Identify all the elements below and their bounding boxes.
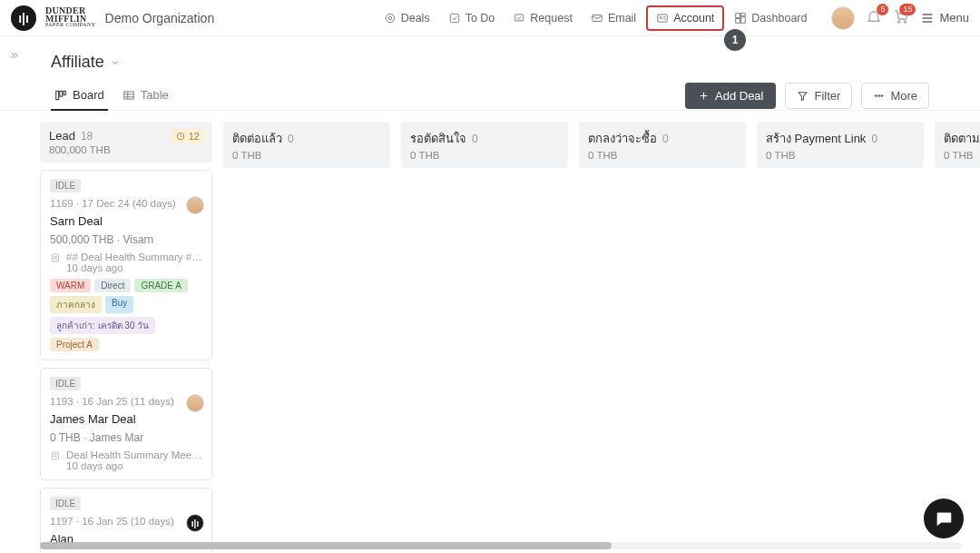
svg-point-30 bbox=[881, 95, 883, 97]
clock-icon bbox=[176, 132, 185, 141]
card-tags: WARMDirectGRADE AภาคกลางBuyลูกค้าเก่า: เ… bbox=[50, 279, 202, 351]
subheader: Affiliate Board Table Add Deal Filter bbox=[0, 36, 980, 111]
stage-column: ติดต่อแล้ว 0 0 THB bbox=[223, 122, 390, 168]
tag: Direct bbox=[94, 279, 131, 292]
sidebar-expand-handle[interactable]: » bbox=[11, 47, 15, 62]
svg-rect-5 bbox=[658, 14, 668, 21]
nav-item-email[interactable]: Email bbox=[583, 7, 644, 29]
stage-amount: 0 THB bbox=[944, 150, 980, 161]
nav-item-account[interactable]: Account bbox=[646, 5, 724, 31]
svg-rect-9 bbox=[736, 13, 740, 17]
pipeline-name: Affiliate bbox=[51, 53, 104, 72]
bell-notif[interactable]: 5 bbox=[866, 8, 882, 27]
svg-rect-4 bbox=[593, 15, 603, 21]
scrollbar-thumb[interactable] bbox=[40, 542, 612, 549]
svg-rect-2 bbox=[450, 14, 458, 22]
svg-point-14 bbox=[905, 21, 906, 23]
svg-point-0 bbox=[386, 14, 394, 22]
stage-header[interactable]: สร้าง Payment Link 0 0 THB bbox=[757, 122, 924, 168]
topnav: DealsTo DoRequestEmailAccountDashboard bbox=[376, 5, 816, 31]
nav-label: Request bbox=[530, 12, 573, 25]
tag: GRADE A bbox=[134, 279, 187, 292]
step-marker: 1 bbox=[724, 29, 746, 51]
svg-point-6 bbox=[660, 16, 662, 18]
svg-rect-20 bbox=[64, 91, 65, 94]
idle-badge: IDLE bbox=[50, 179, 81, 193]
view-tabs: Board Table bbox=[51, 81, 172, 111]
svg-point-29 bbox=[878, 95, 880, 97]
card-title: James Mar Deal bbox=[50, 412, 202, 426]
nav-item-deals[interactable]: Deals bbox=[376, 7, 438, 29]
tab-board-label: Board bbox=[73, 88, 104, 102]
svg-rect-18 bbox=[56, 91, 59, 99]
filter-icon bbox=[797, 90, 808, 102]
stage-alert-badge: 12 bbox=[171, 129, 205, 143]
table-icon bbox=[122, 89, 135, 102]
stage-header[interactable]: ตกลงว่าจะซื้อ 0 0 THB bbox=[579, 122, 746, 168]
card-avatar[interactable]: ı|ı bbox=[186, 514, 204, 532]
board-icon bbox=[54, 89, 67, 102]
nav-label: Deals bbox=[401, 12, 430, 25]
horizontal-scrollbar[interactable] bbox=[40, 542, 962, 549]
cart-notif[interactable]: 15 bbox=[893, 8, 909, 27]
org-name: Demo Organization bbox=[105, 11, 215, 25]
stage-name: สร้าง Payment Link bbox=[766, 129, 866, 148]
stage-count: 0 bbox=[871, 133, 877, 145]
svg-point-13 bbox=[898, 21, 900, 23]
card-note: Deal Health Summary Meeting Ove…10 days … bbox=[50, 449, 202, 471]
chat-fab[interactable] bbox=[924, 499, 964, 538]
card-note: ## Deal Health Summary ### Meeti…10 days… bbox=[50, 252, 202, 273]
svg-rect-11 bbox=[741, 16, 746, 22]
svg-rect-3 bbox=[515, 14, 524, 20]
note-icon bbox=[50, 252, 61, 263]
svg-rect-10 bbox=[741, 13, 746, 15]
svg-rect-32 bbox=[53, 254, 59, 262]
toolbar-right: Add Deal Filter More bbox=[685, 83, 929, 109]
filter-label: Filter bbox=[814, 89, 840, 103]
user-avatar[interactable] bbox=[831, 6, 855, 30]
svg-rect-35 bbox=[53, 452, 59, 459]
more-button[interactable]: More bbox=[861, 83, 929, 109]
menu-button[interactable]: Menu bbox=[920, 11, 969, 25]
sub-toolbar: Board Table Add Deal Filter More bbox=[51, 81, 929, 111]
board[interactable]: Lead 18 800,000 THB12IDLE1169 · 17 Dec 2… bbox=[0, 111, 980, 553]
nav-item-request[interactable]: Request bbox=[505, 7, 581, 29]
tag: Project A bbox=[50, 338, 99, 351]
stage-header[interactable]: รอตัดสินใจ 0 0 THB bbox=[401, 122, 568, 168]
nav-label: To Do bbox=[466, 12, 495, 25]
card-meta: 1193 · 16 Jan 25 (11 days) bbox=[50, 396, 202, 407]
chatreq-icon bbox=[513, 12, 525, 25]
stage-header[interactable]: ติดต่อแล้ว 0 0 THB bbox=[223, 122, 390, 168]
dots-icon bbox=[873, 90, 885, 102]
pipeline-selector[interactable]: Affiliate bbox=[51, 45, 929, 75]
card-avatar[interactable] bbox=[186, 394, 204, 412]
svg-rect-12 bbox=[736, 18, 740, 23]
stage-amount: 0 THB bbox=[588, 150, 737, 161]
deal-card[interactable]: IDLE1169 · 17 Dec 24 (40 days)Sarn Deal5… bbox=[40, 170, 212, 360]
nav-label: Account bbox=[673, 12, 714, 25]
stage-name: รอตัดสินใจ bbox=[410, 129, 466, 148]
menu-icon bbox=[920, 11, 935, 25]
stage-amount: 0 THB bbox=[232, 150, 381, 161]
app-logo[interactable]: ı|ı bbox=[11, 5, 36, 31]
deal-card[interactable]: IDLE1193 · 16 Jan 25 (11 days)James Mar … bbox=[40, 368, 212, 480]
svg-point-28 bbox=[876, 95, 877, 97]
tag: ลูกค้าเก่า: เครดิต 30 วัน bbox=[50, 317, 155, 334]
bell-badge: 5 bbox=[877, 4, 888, 15]
stage-amount: 800,000 THB bbox=[49, 144, 203, 155]
stage-column: รอตัดสินใจ 0 0 THB bbox=[401, 122, 568, 168]
tab-table[interactable]: Table bbox=[119, 81, 172, 111]
dashboard-icon bbox=[734, 12, 747, 25]
add-deal-button[interactable]: Add Deal bbox=[685, 83, 776, 109]
svg-rect-19 bbox=[60, 91, 63, 96]
plus-icon bbox=[698, 90, 710, 102]
company-logo-sub: PAPER COMPANY bbox=[45, 23, 96, 27]
chat-icon bbox=[934, 509, 954, 528]
stage-header[interactable]: Lead 18 800,000 THB12 bbox=[40, 122, 212, 163]
filter-button[interactable]: Filter bbox=[785, 83, 852, 109]
nav-item-dashboard[interactable]: Dashboard bbox=[726, 7, 815, 29]
card-avatar[interactable] bbox=[186, 196, 204, 214]
stage-header[interactable]: ติดตามให้ชำระเงิน 0 0 THB bbox=[935, 122, 980, 168]
tab-board[interactable]: Board bbox=[51, 81, 108, 111]
nav-item-to-do[interactable]: To Do bbox=[440, 7, 504, 29]
